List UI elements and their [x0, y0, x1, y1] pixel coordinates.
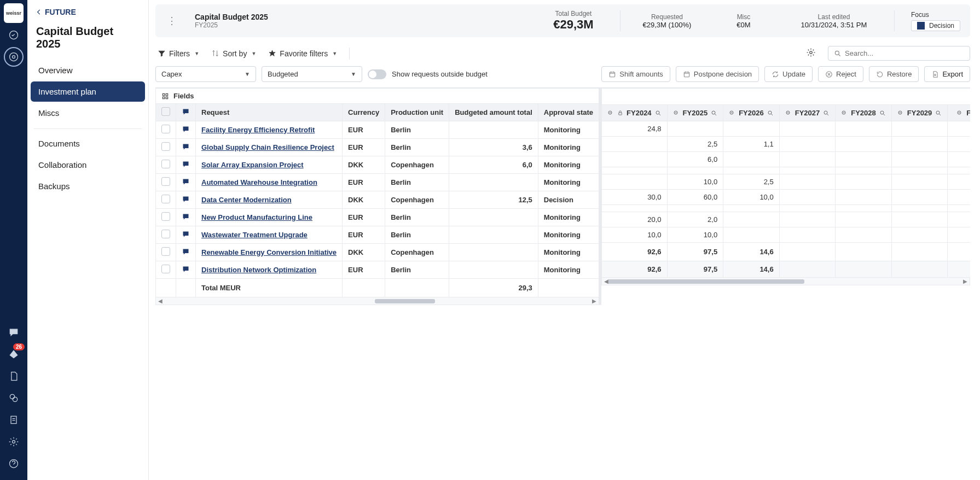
- cell-year-value[interactable]: 30,0: [602, 190, 668, 205]
- postpone-decision-button[interactable]: Postpone decision: [676, 66, 759, 82]
- filters-button[interactable]: Filters▼: [158, 49, 199, 58]
- toggle-switch[interactable]: [368, 69, 386, 79]
- request-link[interactable]: Facility Energy Efficiency Retrofit: [201, 126, 315, 134]
- sidebar-item-backups[interactable]: Backups: [31, 176, 145, 196]
- cell-year-value[interactable]: [723, 212, 780, 227]
- cell-year-value[interactable]: [948, 167, 970, 174]
- cell-year-value[interactable]: [836, 190, 892, 205]
- cell-year-value[interactable]: [723, 152, 780, 167]
- notifications-icon[interactable]: 26: [4, 344, 24, 364]
- cell-year-value[interactable]: 2,0: [667, 212, 723, 227]
- table-row[interactable]: 30,060,010,0: [602, 190, 970, 205]
- cell-year-value[interactable]: 10,0: [667, 174, 723, 190]
- table-row[interactable]: Global Supply Chain Resilience Project E…: [156, 139, 599, 156]
- table-row[interactable]: [602, 205, 970, 212]
- cell-year-value[interactable]: [836, 174, 892, 190]
- table-row[interactable]: Distribution Network Optimization EUR Be…: [156, 261, 599, 279]
- settings-gear-icon[interactable]: [806, 48, 816, 59]
- cell-year-value[interactable]: [779, 212, 836, 227]
- app-logo[interactable]: weissr: [4, 3, 24, 23]
- header-more-icon[interactable]: ⋮: [165, 15, 178, 27]
- cell-year-value[interactable]: [602, 174, 668, 190]
- nav-icon-2[interactable]: [4, 47, 24, 67]
- row-comment-icon[interactable]: [182, 232, 190, 240]
- cell-year-value[interactable]: 1,1: [723, 137, 780, 152]
- cell-year-value[interactable]: 10,0: [723, 190, 780, 205]
- cell-year-value[interactable]: [779, 137, 836, 152]
- row-comment-icon[interactable]: [182, 197, 190, 205]
- cell-year-value[interactable]: [602, 137, 668, 152]
- report-icon[interactable]: [4, 410, 24, 430]
- row-comment-icon[interactable]: [182, 249, 190, 257]
- cell-year-value[interactable]: [836, 137, 892, 152]
- reject-button[interactable]: Reject: [818, 66, 863, 82]
- table-row[interactable]: 6,0: [602, 152, 970, 167]
- row-checkbox[interactable]: [161, 265, 170, 273]
- sidebar-item-documents[interactable]: Documents: [31, 133, 145, 154]
- table-row[interactable]: 2,51,1: [602, 137, 970, 152]
- search-input[interactable]: [828, 46, 970, 61]
- cell-year-value[interactable]: 20,0: [602, 212, 668, 227]
- cell-year-value[interactable]: [723, 227, 780, 243]
- cell-year-value[interactable]: [891, 137, 948, 152]
- cell-year-value[interactable]: [723, 167, 780, 174]
- transfer-icon[interactable]: [4, 388, 24, 408]
- table-row[interactable]: Automated Warehouse Integration EUR Berl…: [156, 174, 599, 191]
- cell-year-value[interactable]: [948, 121, 970, 137]
- row-checkbox[interactable]: [161, 230, 170, 238]
- table-row[interactable]: 10,010,0: [602, 227, 970, 243]
- select-capex[interactable]: Capex▼: [155, 66, 256, 82]
- cell-year-value[interactable]: [779, 152, 836, 167]
- table-row[interactable]: Solar Array Expansion Project DKK Copenh…: [156, 156, 599, 174]
- cell-year-value[interactable]: [891, 121, 948, 137]
- request-link[interactable]: Data Center Modernization: [201, 196, 292, 204]
- cell-year-value[interactable]: [891, 227, 948, 243]
- cell-year-value[interactable]: [723, 121, 780, 137]
- row-checkbox[interactable]: [161, 125, 170, 133]
- table-row[interactable]: 24,8: [602, 121, 970, 137]
- table-row[interactable]: Facility Energy Efficiency Retrofit EUR …: [156, 121, 599, 139]
- cell-year-value[interactable]: [891, 190, 948, 205]
- row-checkbox[interactable]: [161, 195, 170, 203]
- focus-selector[interactable]: Focus Decision: [911, 11, 960, 31]
- row-comment-icon[interactable]: [182, 144, 190, 153]
- row-comment-icon[interactable]: [182, 214, 190, 223]
- cell-year-value[interactable]: [948, 212, 970, 227]
- row-checkbox[interactable]: [161, 247, 170, 256]
- update-button[interactable]: Update: [764, 66, 813, 82]
- row-comment-icon[interactable]: [182, 162, 190, 170]
- cell-year-value[interactable]: [667, 121, 723, 137]
- cell-year-value[interactable]: 2,5: [723, 174, 780, 190]
- cell-year-value[interactable]: [948, 137, 970, 152]
- cell-year-value[interactable]: 6,0: [667, 152, 723, 167]
- col-year[interactable]: FY2027: [779, 105, 836, 121]
- col-request[interactable]: Request: [196, 104, 343, 121]
- cell-year-value[interactable]: [948, 227, 970, 243]
- right-scrollbar[interactable]: ◀ ▶: [601, 278, 970, 285]
- select-budgeted[interactable]: Budgeted▼: [262, 66, 362, 82]
- settings-icon[interactable]: [4, 432, 24, 452]
- request-link[interactable]: Wastewater Treatment Upgrade: [201, 231, 308, 239]
- table-row[interactable]: [602, 167, 970, 174]
- breadcrumb-back[interactable]: FUTURE: [31, 5, 145, 19]
- request-link[interactable]: Solar Array Expansion Project: [201, 161, 304, 169]
- cell-year-value[interactable]: [836, 152, 892, 167]
- col-year[interactable]: FY2025: [667, 105, 723, 121]
- left-scrollbar[interactable]: ◀ ▶: [155, 297, 599, 305]
- sidebar-item-collaboration[interactable]: Collaboration: [31, 155, 145, 175]
- sidebar-item-investment-plan[interactable]: Investment plan: [31, 81, 145, 102]
- row-comment-icon[interactable]: [182, 127, 190, 135]
- col-production-unit[interactable]: Production unit: [385, 104, 449, 121]
- cell-year-value[interactable]: [667, 205, 723, 212]
- col-budgeted-amount[interactable]: Budgeted amount total: [449, 104, 538, 121]
- request-link[interactable]: Global Supply Chain Resilience Project: [201, 143, 334, 151]
- row-checkbox[interactable]: [161, 177, 170, 186]
- request-link[interactable]: Distribution Network Optimization: [201, 266, 316, 274]
- col-year[interactable]: FY2024: [602, 105, 668, 121]
- cell-year-value[interactable]: [836, 121, 892, 137]
- table-row[interactable]: 10,02,5: [602, 174, 970, 190]
- row-checkbox[interactable]: [161, 142, 170, 151]
- sort-button[interactable]: Sort by▼: [211, 49, 256, 58]
- cell-year-value[interactable]: [891, 205, 948, 212]
- cell-year-value[interactable]: [602, 167, 668, 174]
